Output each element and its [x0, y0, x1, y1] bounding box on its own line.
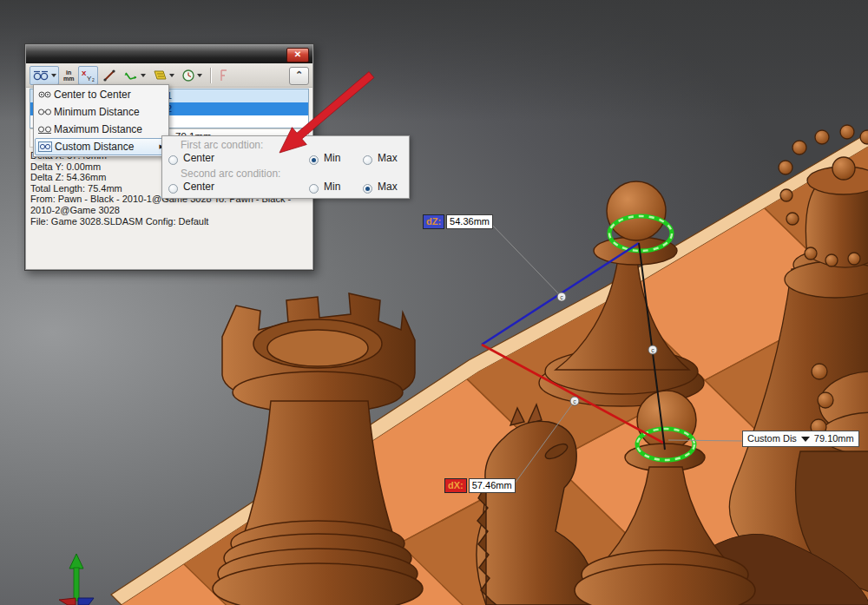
app-screenshot: c c c dZ: 54.36mm dX: 57.46mm Custom Dis… [0, 0, 868, 605]
custom-distance-icon [36, 141, 55, 152]
close-button[interactable]: ✕ [286, 48, 309, 62]
dx-label: dX: [444, 478, 467, 493]
second-min-radio[interactable] [309, 184, 319, 194]
annotation-arrow [269, 65, 382, 161]
chevron-down-icon[interactable] [801, 437, 810, 442]
minimum-distance-icon [35, 107, 54, 117]
second-max-label[interactable]: Max [378, 181, 398, 193]
origin-triad-icon [52, 543, 104, 605]
triad-icon [123, 69, 139, 82]
second-center-label[interactable]: Center [183, 181, 214, 193]
units-in-label: in [63, 69, 74, 76]
point-to-point-button[interactable] [100, 66, 119, 85]
quick-measure-button[interactable] [216, 66, 232, 85]
first-center-radio[interactable] [168, 155, 178, 165]
dz-callout[interactable]: dZ: 54.36mm [423, 214, 493, 229]
dz-label: dZ: [423, 214, 444, 229]
arc-condition-menu: Center to Center Minimum Distance Maximu… [33, 84, 169, 157]
dz-value: 54.36mm [446, 214, 493, 229]
menu-item-center-to-center[interactable]: Center to Center [35, 86, 168, 103]
dx-value: 57.46mm [469, 478, 516, 493]
units-button[interactable]: in mm [61, 66, 76, 85]
custom-distance-value: 79.10mm [814, 432, 854, 445]
menu-item-label: Custom Distance [55, 141, 134, 153]
menu-item-maximum-distance[interactable]: Maximum Distance [35, 121, 168, 138]
history-button[interactable] [179, 66, 205, 85]
first-arc-condition-label: First arc condtion: [181, 139, 263, 151]
measurement-history-note-button[interactable] [150, 66, 177, 85]
first-center-label[interactable]: Center [183, 152, 214, 164]
show-xyz-button[interactable]: X Y 2 [78, 66, 98, 85]
menu-item-label: Minimum Distance [54, 106, 140, 118]
caret-down-icon [141, 74, 146, 77]
caret-down-icon [51, 74, 56, 77]
second-arc-condition-label: Second arc condition: [181, 168, 280, 180]
dx-callout[interactable]: dX: 57.46mm [444, 478, 516, 493]
menu-item-minimum-distance[interactable]: Minimum Distance [35, 103, 168, 121]
custom-distance-label: Custom Dis [747, 432, 797, 445]
custom-distance-callout[interactable]: Custom Dis 79.10mm [742, 431, 859, 447]
note-icon [153, 69, 168, 82]
caret-down-icon [169, 74, 174, 77]
second-max-radio[interactable] [363, 184, 372, 194]
measure-line-icon [102, 69, 116, 82]
second-center-radio[interactable] [168, 184, 178, 194]
svg-text:2: 2 [92, 77, 95, 82]
toolbar-separator [210, 68, 211, 83]
info-file: File: Game 3028.SLDASM Config: Default [30, 216, 310, 227]
svg-text:c: c [651, 347, 654, 353]
caret-down-icon [197, 74, 202, 77]
menu-item-label: Maximum Distance [54, 123, 142, 135]
second-min-label[interactable]: Min [324, 181, 340, 193]
svg-text:c: c [573, 398, 576, 404]
xyz-icon: X Y 2 [81, 69, 95, 82]
caliper-icon [219, 69, 229, 82]
info-from-to-2: 2010-2@Game 3028 [30, 205, 310, 216]
clock-icon [181, 69, 195, 82]
units-mm-label: mm [63, 76, 74, 82]
arc-condition-icon [32, 69, 49, 82]
maximum-distance-icon [35, 124, 54, 135]
menu-item-custom-distance[interactable]: Custom Distance ▶ [35, 138, 168, 155]
center-to-center-icon [35, 89, 54, 100]
coordinate-system-button[interactable] [121, 66, 148, 85]
menu-item-label: Center to Center [54, 89, 131, 101]
arc-condition-button[interactable] [30, 66, 59, 85]
svg-text:c: c [560, 294, 563, 300]
dialog-titlebar[interactable]: ✕ [26, 45, 312, 64]
